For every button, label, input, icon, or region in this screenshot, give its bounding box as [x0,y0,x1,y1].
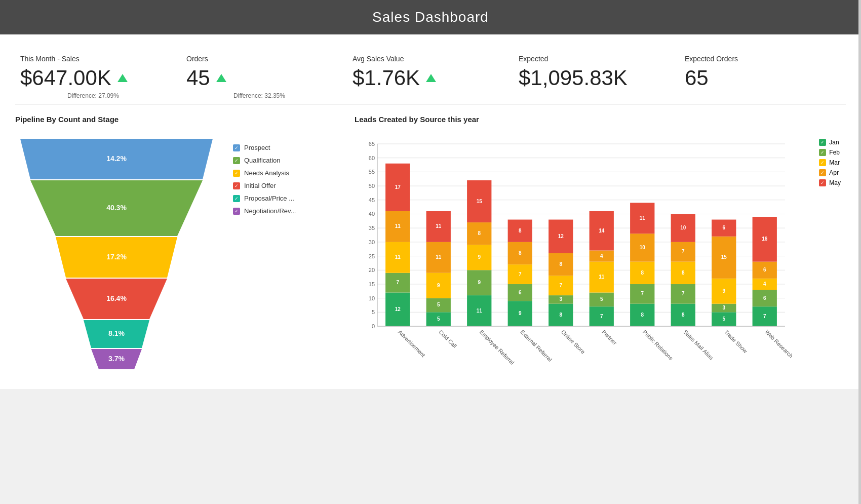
kpi-label-orders: Orders [186,55,332,63]
legend-label-2: Needs Analysis [244,169,289,177]
bar-legend-label-3: Apr [829,169,839,176]
funnel-legend: ✓Prospect✓Qualification✓Needs Analysis✓I… [233,134,296,215]
page-header: Sales Dashboard [0,0,861,34]
bar-legend-item-2: ✓Mar [819,159,841,166]
kpi-label-expected-orders: Expected Orders [685,55,831,63]
legend-label-0: Prospect [244,144,270,151]
funnel-segment-canvas-1 [15,180,218,236]
kpi-avg-sales-value: Avg Sales Value$1.76K [342,55,508,90]
legend-color-box-3: ✓ [233,182,240,189]
kpi-value-avg-sales-value: $1.76K [353,66,498,90]
legend-item-4: ✓Proposal/Price ... [233,195,296,202]
bar-legend-box-0: ✓ [819,139,826,146]
funnel-segment-canvas-5 [15,349,218,369]
bar-legend-label-0: Jan [829,139,839,146]
funnel-title: Pipeline By Count and Stage [15,115,344,124]
kpi-value-expected-orders: 65 [685,66,831,90]
page-title: Sales Dashboard [372,9,489,25]
bar-legend-item-4: ✓May [819,179,841,186]
funnel-segment-0 [15,139,218,179]
main-content: This Month - Sales$647.00KDifference: 27… [0,34,861,389]
kpi-value-expected: $1,095.83K [519,66,664,90]
bar-legend-box-2: ✓ [819,159,826,166]
kpi-orders: Orders45Difference: 32.35% [176,55,342,99]
funnel-chart [15,134,218,369]
funnel-segment-canvas-0 [15,139,218,179]
bar-legend-item-0: ✓Jan [819,139,841,146]
bar-legend-box-1: ✓ [819,149,826,156]
legend-label-3: Initial Offer [244,182,276,189]
funnel-segment-2 [15,237,218,278]
right-border [858,0,861,504]
legend-label-1: Qualification [244,157,281,164]
funnel-segment-1 [15,180,218,236]
legend-item-3: ✓Initial Offer [233,182,296,189]
arrow-up-icon-orders [216,74,226,82]
legend-item-2: ✓Needs Analysis [233,169,296,177]
legend-color-box-1: ✓ [233,157,240,164]
funnel-segment-4 [15,320,218,348]
legend-color-box-4: ✓ [233,195,240,202]
funnel-segment-5 [15,349,218,369]
legend-label-4: Proposal/Price ... [244,195,294,202]
funnel-segment-canvas-2 [15,237,218,278]
funnel-segment-canvas-4 [15,320,218,348]
bar-legend-item-3: ✓Apr [819,169,841,176]
kpi-label-expected: Expected [519,55,664,63]
legend-color-box-2: ✓ [233,170,240,177]
bar-legend-label-4: May [829,179,841,186]
legend-label-5: Negotiation/Rev... [244,207,296,215]
arrow-up-icon-avg-sales-value [426,74,436,82]
bar-legend: ✓Jan✓Feb✓Mar✓Apr✓May [819,139,841,186]
arrow-up-icon-this-month-sales [118,74,128,82]
kpi-diff-orders: Difference: 32.35% [186,92,332,99]
bar-legend-label-2: Mar [829,159,840,166]
kpi-label-this-month-sales: This Month - Sales [20,55,166,63]
legend-item-5: ✓Negotiation/Rev... [233,207,296,215]
charts-row: Pipeline By Count and Stage ✓Prospect✓Qu… [15,115,846,379]
bar-title: Leads Created by Source this year [355,115,846,124]
kpi-row: This Month - Sales$647.00KDifference: 27… [15,45,846,105]
funnel-segment-3 [15,279,218,319]
kpi-expected: Expected$1,095.83K [508,55,675,90]
legend-item-0: ✓Prospect [233,144,296,151]
bar-legend-box-3: ✓ [819,169,826,176]
funnel-segment-canvas-3 [15,279,218,319]
kpi-diff-this-month-sales: Difference: 27.09% [20,92,166,99]
funnel-container: ✓Prospect✓Qualification✓Needs Analysis✓I… [15,134,344,369]
bar-chart-canvas [355,134,836,377]
legend-color-box-5: ✓ [233,208,240,215]
bar-section: Leads Created by Source this year ✓Jan✓F… [355,115,846,379]
legend-item-1: ✓Qualification [233,157,296,164]
kpi-value-this-month-sales: $647.00K [20,66,166,90]
bar-legend-box-4: ✓ [819,179,826,186]
legend-color-box-0: ✓ [233,144,240,151]
bar-legend-label-1: Feb [829,149,840,156]
bar-legend-item-1: ✓Feb [819,149,841,156]
kpi-label-avg-sales-value: Avg Sales Value [353,55,498,63]
kpi-expected-orders: Expected Orders65 [675,55,841,90]
kpi-value-orders: 45 [186,66,332,90]
funnel-section: Pipeline By Count and Stage ✓Prospect✓Qu… [15,115,344,379]
kpi-this-month-sales: This Month - Sales$647.00KDifference: 27… [20,55,176,99]
